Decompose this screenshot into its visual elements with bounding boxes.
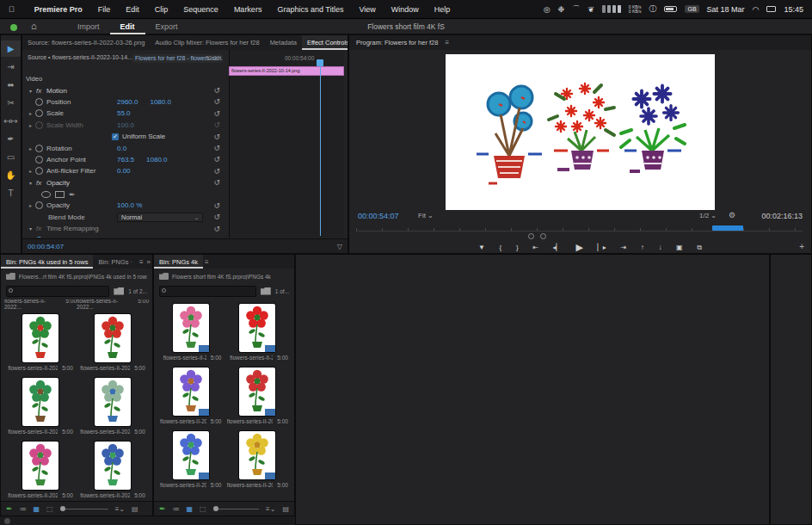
bin-item-thumbnail[interactable]: [173, 431, 209, 479]
menu-item-edit[interactable]: Edit: [118, 5, 147, 14]
bin-item[interactable]: _flowers-series-II-2...5:00: [160, 304, 221, 361]
reset-effect-icon[interactable]: ↺: [213, 225, 220, 233]
stopwatch-icon[interactable]: [35, 121, 43, 129]
lift-button[interactable]: ↑: [641, 244, 644, 251]
freeform-view-button[interactable]: ⬚: [200, 505, 206, 513]
bin-item-thumbnail[interactable]: [239, 304, 275, 352]
stopwatch-icon[interactable]: [35, 156, 43, 164]
zoom-handle-dot[interactable]: [528, 233, 534, 239]
value-rotation[interactable]: 0.0: [117, 145, 126, 152]
add-marker-button[interactable]: ▼: [478, 244, 485, 251]
track-select-forward-tool[interactable]: ⇥: [1, 59, 21, 75]
reset-effect-icon[interactable]: ↺: [213, 86, 220, 95]
new-bin-button[interactable]: ▤: [282, 505, 289, 513]
twirl-icon[interactable]: ▾: [29, 88, 36, 94]
panel-tab[interactable]: Effect Controls: [302, 35, 348, 50]
bin-item-thumbnail[interactable]: [95, 378, 131, 426]
panel-tab[interactable]: Source: flowers-series-II-2022-03-26.png: [22, 35, 150, 50]
uniform-scale-checkbox[interactable]: ✓: [112, 133, 119, 140]
filter-funnel-icon[interactable]: ▽: [337, 243, 342, 250]
istat-menus-meters[interactable]: [602, 5, 621, 13]
zoom-handle-dot[interactable]: [540, 233, 546, 239]
more-tabs-chevron-icon[interactable]: »: [147, 258, 151, 266]
bin-item-thumbnail[interactable]: [95, 442, 131, 490]
camera-status-icon[interactable]: ◎: [544, 5, 551, 14]
menu-item-graphics-and-titles[interactable]: Graphics and Titles: [269, 5, 351, 14]
bin-item-thumbnail[interactable]: [239, 431, 275, 479]
extract-button[interactable]: ↓: [658, 244, 661, 251]
thumbnail-zoom-slider[interactable]: [213, 509, 259, 510]
window-close-green-dot[interactable]: [10, 24, 17, 31]
wifi-icon[interactable]: ◠: [753, 5, 760, 14]
opacity-ellipse-mask-icon[interactable]: [41, 191, 51, 198]
icon-view-button[interactable]: ▦: [187, 505, 194, 513]
panel-tab[interactable]: Audio Clip Mixer: Flowers for her f28: [150, 35, 264, 50]
bin-item[interactable]: flowers-series-II-20...5:00: [160, 431, 221, 488]
bin-item[interactable]: flowers-series-II-2022...5:00: [7, 442, 73, 498]
panel-menu-icon[interactable]: ≡: [139, 258, 144, 266]
workspace-tab-edit[interactable]: Edit: [110, 19, 145, 34]
bin-up-folder-icon[interactable]: [6, 273, 15, 280]
stopwatch-icon[interactable]: [35, 109, 43, 117]
bin-item-thumbnail[interactable]: [239, 368, 275, 416]
bin-item[interactable]: flowers-series-II-2022...5:00: [79, 314, 145, 371]
stopwatch-icon[interactable]: [35, 145, 43, 152]
new-bin-button[interactable]: ▤: [132, 505, 138, 513]
stopwatch-icon[interactable]: [35, 237, 43, 238]
thumbnail-zoom-slider[interactable]: [60, 509, 108, 510]
value-position[interactable]: 2960.0: [117, 98, 138, 106]
razor-tool[interactable]: ✂: [1, 95, 21, 111]
stopwatch-icon[interactable]: [35, 201, 43, 209]
program-timecode[interactable]: 00:00:54:07: [358, 212, 399, 220]
butterfly-icon[interactable]: ❦: [587, 5, 594, 14]
bin-tab[interactable]: Bin: PNGs 4k: [154, 255, 203, 269]
play-button[interactable]: ▶: [575, 242, 582, 253]
panel-tab[interactable]: Metadata: [265, 35, 302, 50]
reset-effect-icon[interactable]: ↺: [213, 213, 220, 221]
comparison-view-button[interactable]: ⧉: [697, 244, 702, 252]
twirl-icon[interactable]: ▾: [29, 225, 36, 232]
mark-in-button[interactable]: {: [500, 244, 502, 251]
bin-up-folder-icon[interactable]: [159, 273, 169, 280]
type-tool[interactable]: T: [1, 185, 21, 201]
display-icon[interactable]: [766, 6, 776, 12]
menu-item-clip[interactable]: Clip: [147, 5, 176, 14]
expand-chevron-icon[interactable]: ▸: [29, 168, 35, 174]
opacity-pen-mask-icon[interactable]: ✒: [69, 190, 76, 199]
bin-item-thumbnail[interactable]: [22, 442, 58, 490]
expand-chevron-icon[interactable]: ▸: [29, 145, 35, 151]
expand-chevron-icon[interactable]: ▸: [29, 110, 35, 116]
reset-effect-icon[interactable]: ↺: [213, 144, 220, 152]
menu-item-view[interactable]: View: [351, 5, 383, 14]
opacity-rect-mask-icon[interactable]: [55, 191, 65, 198]
sort-button[interactable]: ≡⌄: [115, 505, 125, 513]
horizontal-scrollbar-thumb[interactable]: [4, 518, 10, 524]
bin-item[interactable]: _flowers-series-II-2...5:00: [227, 304, 288, 361]
workspace-tab-export[interactable]: Export: [145, 19, 188, 34]
value-anti-flicker-filter[interactable]: 0.00: [117, 167, 131, 175]
workspace-tab-import[interactable]: Import: [67, 19, 110, 34]
value-position[interactable]: 1080.0: [150, 98, 170, 106]
bin-tab[interactable]: Bin: PNGs ·: [93, 255, 138, 269]
menu-item-premiere-pro[interactable]: Premiere Pro: [27, 5, 90, 14]
reset-effect-icon[interactable]: ↺: [213, 155, 220, 164]
go-to-in-button[interactable]: ⇤: [532, 244, 538, 251]
reset-effect-icon[interactable]: ↺: [213, 178, 220, 187]
bin-item-thumbnail[interactable]: [22, 314, 58, 362]
program-scrubber-thumb[interactable]: [712, 225, 743, 231]
bin-item[interactable]: flowers-series-II-20...5:00: [227, 431, 288, 488]
reset-effect-icon[interactable]: ↺: [213, 133, 220, 141]
bin-item[interactable]: flowers-series-II-2022...5:00: [7, 314, 73, 371]
new-bin-folder-icon[interactable]: [114, 287, 124, 295]
expand-chevron-icon[interactable]: ▸: [29, 202, 35, 208]
reset-effect-icon[interactable]: ↺: [213, 109, 220, 118]
stopwatch-icon[interactable]: [35, 98, 43, 106]
sort-button[interactable]: ≡⌄: [266, 505, 275, 513]
list-view-button[interactable]: ≔: [173, 505, 180, 513]
input-source-badge[interactable]: GB: [685, 5, 698, 13]
bin-search-input[interactable]: [159, 286, 256, 297]
lane-mini-clip[interactable]: flowers-series-II-2022-10-14.png: [229, 66, 344, 76]
arc-icon[interactable]: ⌒: [572, 3, 580, 15]
bin-search-input[interactable]: [6, 286, 109, 297]
bin-item[interactable]: flowers-series-II-2022...5:00: [79, 378, 145, 435]
